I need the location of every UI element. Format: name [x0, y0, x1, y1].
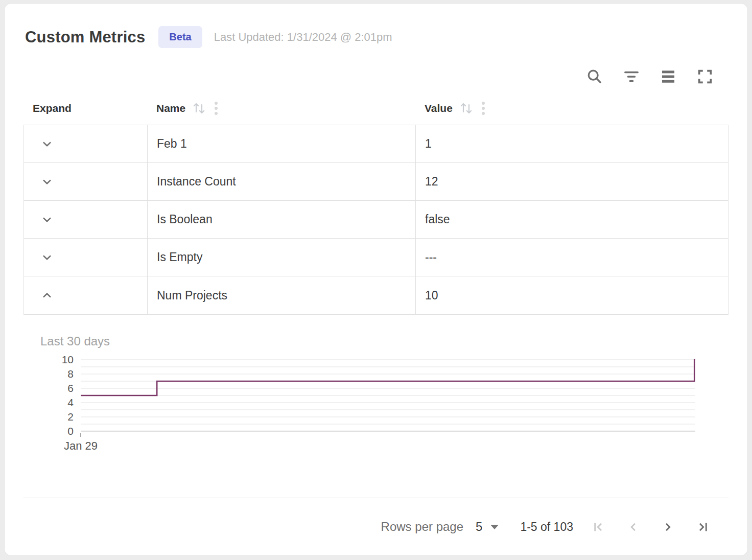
- chart-title: Last 30 days: [40, 334, 729, 348]
- value-cell: 1: [416, 125, 728, 162]
- next-page-button[interactable]: [656, 515, 679, 539]
- table-row: Is Boolean false: [24, 201, 728, 239]
- svg-text:4: 4: [67, 396, 74, 408]
- density-button[interactable]: [658, 66, 678, 87]
- custom-metrics-card: Custom Metrics Beta Last Updated: 1/31/2…: [4, 3, 748, 556]
- name-cell: Is Boolean: [148, 201, 416, 238]
- previous-page-button[interactable]: [621, 515, 645, 539]
- page-title: Custom Metrics: [25, 28, 145, 46]
- row-expand-button[interactable]: [37, 134, 57, 154]
- table-row: Instance Count 12: [24, 163, 728, 201]
- pager-controls: [586, 515, 714, 539]
- column-header-name-label: Name: [156, 102, 185, 114]
- table-row: Is Empty ---: [24, 239, 728, 276]
- expand-cell: [24, 125, 148, 162]
- last-page-icon: [696, 520, 710, 534]
- name-cell: Is Empty: [148, 239, 416, 276]
- svg-text:Jan 29: Jan 29: [64, 439, 98, 452]
- row-expand-button[interactable]: [37, 248, 57, 267]
- page-header: Custom Metrics Beta Last Updated: 1/31/2…: [24, 26, 729, 48]
- chevron-down-icon: [40, 137, 54, 151]
- first-page-icon: [592, 520, 605, 534]
- expand-cell: [24, 163, 148, 200]
- name-cell: Feb 1: [148, 125, 416, 162]
- grid-toolbar: [24, 66, 729, 87]
- expand-cell: [24, 276, 148, 314]
- column-header-expand[interactable]: Expand: [24, 102, 147, 114]
- table-header-row: Expand Name Value: [24, 92, 729, 125]
- name-cell: Num Projects: [148, 276, 416, 314]
- row-detail-panel: Last 30 days 0246810Jan 29: [24, 315, 729, 453]
- value-cell: 12: [416, 163, 728, 200]
- pagination-range-label: 1-5 of 103: [520, 520, 573, 534]
- sort-icon[interactable]: [192, 101, 207, 115]
- svg-text:8: 8: [67, 368, 74, 380]
- name-cell: Instance Count: [148, 163, 416, 200]
- last-page-button[interactable]: [691, 515, 714, 539]
- chevron-down-icon: [40, 213, 54, 226]
- chevron-right-icon: [661, 520, 675, 534]
- value-cell: 10: [416, 276, 728, 314]
- column-header-value[interactable]: Value: [415, 101, 729, 115]
- column-menu-icon[interactable]: [215, 102, 218, 115]
- svg-text:6: 6: [67, 382, 74, 394]
- filter-button[interactable]: [621, 66, 642, 87]
- table-body: Feb 1 1 Instance Count 12 Is Boolean fal…: [24, 125, 729, 315]
- filter-icon: [623, 68, 640, 85]
- density-icon: [660, 68, 677, 85]
- metrics-step-chart: 0246810Jan 29: [24, 355, 706, 453]
- svg-text:0: 0: [67, 425, 74, 437]
- value-cell: false: [416, 201, 728, 238]
- sort-icon[interactable]: [459, 101, 474, 115]
- table-row: Num Projects 10: [24, 276, 728, 314]
- fullscreen-button[interactable]: [695, 66, 715, 87]
- search-button[interactable]: [584, 66, 605, 87]
- expand-cell: [24, 201, 148, 238]
- chevron-left-icon: [626, 520, 640, 534]
- pagination-footer: Rows per page 5 1-5 of 103: [24, 498, 729, 555]
- rows-per-page-label: Rows per page: [381, 520, 463, 534]
- value-cell: ---: [416, 239, 728, 276]
- rows-per-page-value: 5: [476, 520, 482, 534]
- search-icon: [586, 68, 603, 85]
- column-header-expand-label: Expand: [33, 102, 72, 114]
- row-expand-button[interactable]: [37, 210, 57, 229]
- svg-text:2: 2: [67, 411, 74, 423]
- chevron-down-icon: [40, 175, 54, 189]
- column-header-name[interactable]: Name: [147, 101, 415, 115]
- rows-per-page-select[interactable]: 5: [476, 520, 499, 534]
- beta-badge: Beta: [158, 26, 202, 48]
- svg-text:10: 10: [62, 355, 74, 365]
- column-menu-icon[interactable]: [482, 102, 485, 115]
- row-expand-button[interactable]: [37, 172, 57, 192]
- first-page-button[interactable]: [586, 515, 610, 539]
- table-row: Feb 1 1: [24, 125, 728, 163]
- chevron-down-icon: [40, 251, 54, 264]
- chevron-up-icon: [40, 289, 54, 302]
- row-collapse-button[interactable]: [37, 286, 57, 305]
- fullscreen-icon: [696, 68, 714, 85]
- caret-down-icon: [490, 525, 499, 529]
- column-header-value-label: Value: [425, 102, 453, 114]
- expand-cell: [24, 239, 148, 276]
- last-updated-text: Last Updated: 1/31/2024 @ 2:01pm: [214, 31, 392, 44]
